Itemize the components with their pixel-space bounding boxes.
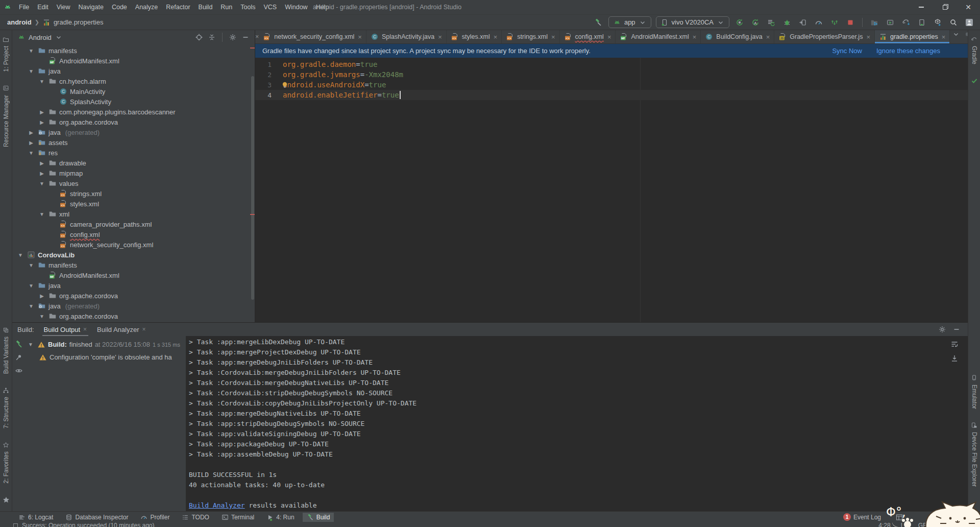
tree-item-res[interactable]: ▼res bbox=[12, 148, 255, 158]
tab-close-icon[interactable]: × bbox=[494, 33, 498, 41]
avatar-icon[interactable] bbox=[964, 17, 975, 28]
pin-icon[interactable] bbox=[15, 353, 23, 362]
editor-options-icon[interactable] bbox=[962, 30, 968, 38]
menu-window[interactable]: Window bbox=[281, 2, 311, 12]
tree-arrow-icon[interactable]: ▼ bbox=[27, 283, 35, 289]
tree-arrow-icon[interactable]: ▶ bbox=[38, 119, 46, 125]
layout-inspector-icon[interactable] bbox=[885, 17, 896, 28]
tree-item-org-apache-cordova[interactable]: ▶org.apache.cordova bbox=[12, 291, 255, 301]
tree-item-mainactivity[interactable]: CMainActivity bbox=[12, 86, 255, 97]
tree-item-camera-provider-paths-xml[interactable]: <>camera_provider_paths.xml bbox=[12, 219, 255, 229]
scroll-to-end-icon[interactable] bbox=[950, 354, 959, 363]
tool-window-button-terminal[interactable]: Terminal bbox=[217, 513, 258, 522]
tree-item-java[interactable]: ▼java bbox=[12, 66, 255, 76]
profiler-icon[interactable] bbox=[813, 17, 824, 28]
debug-icon[interactable] bbox=[781, 17, 793, 28]
chevron-down-icon[interactable] bbox=[639, 18, 647, 27]
menu-refactor[interactable]: Refactor bbox=[162, 2, 194, 12]
tree-item-strings-xml[interactable]: <>strings.xml bbox=[12, 188, 255, 199]
run-config-selector[interactable]: app bbox=[608, 16, 651, 28]
tree-arrow-icon[interactable]: ▶ bbox=[38, 293, 46, 299]
hidden-tab-close-icon[interactable]: × bbox=[255, 30, 259, 43]
editor-tab-buildconfig-java[interactable]: CBuildConfig.java× bbox=[701, 30, 774, 43]
tool-window-button-emulator[interactable]: Emulator bbox=[970, 374, 978, 409]
apply-changes-icon[interactable] bbox=[734, 17, 745, 28]
tree-item-java[interactable]: ▶java(generated) bbox=[12, 127, 255, 137]
run-tasks-icon[interactable] bbox=[766, 17, 777, 28]
tree-arrow-icon[interactable]: ▶ bbox=[27, 130, 35, 135]
menu-code[interactable]: Code bbox=[108, 2, 131, 12]
tree-item-java[interactable]: ▼java(generated) bbox=[12, 301, 255, 311]
minimize-icon[interactable] bbox=[910, 0, 933, 14]
sync-now-link[interactable]: Sync Now bbox=[832, 47, 862, 55]
tab-close-icon[interactable]: × bbox=[866, 33, 870, 41]
build-summary-row[interactable]: ▼ Build: finished at 2022/6/16 15:08 1 s… bbox=[27, 338, 186, 351]
chevron-down-icon[interactable] bbox=[950, 30, 962, 38]
tab-close-icon[interactable]: × bbox=[83, 326, 87, 333]
tool-window-button-4-run[interactable]: 4: Run bbox=[262, 513, 298, 522]
rerun-build-icon[interactable] bbox=[15, 340, 23, 348]
ui-layout-icon[interactable] bbox=[895, 513, 903, 521]
ignore-these-changes-link[interactable]: Ignore these changes bbox=[876, 47, 940, 55]
encoding-widget[interactable]: GBK bbox=[918, 522, 931, 527]
hide-icon[interactable] bbox=[241, 33, 250, 41]
chevron-down-icon[interactable] bbox=[55, 33, 63, 41]
attach-debugger-icon[interactable] bbox=[797, 17, 808, 28]
tab-close-icon[interactable]: × bbox=[607, 33, 611, 41]
editor-tab-splashactivity-java[interactable]: CSplashActivity.java× bbox=[366, 30, 447, 43]
tree-arrow-icon[interactable]: ▼ bbox=[38, 79, 46, 84]
menu-vcs[interactable]: VCS bbox=[259, 2, 281, 12]
chevron-down-icon[interactable] bbox=[717, 18, 725, 27]
tree-arrow-icon[interactable]: ▼ bbox=[27, 303, 35, 309]
locate-icon[interactable] bbox=[195, 33, 203, 41]
project-scrollbar[interactable] bbox=[251, 76, 254, 300]
tree-item-assets[interactable]: ▶assets bbox=[12, 137, 255, 148]
menu-navigate[interactable]: Navigate bbox=[75, 2, 108, 12]
restore-icon[interactable] bbox=[933, 0, 957, 14]
menu-file[interactable]: File bbox=[15, 2, 33, 12]
menu-analyze[interactable]: Analyze bbox=[131, 2, 162, 12]
close-icon[interactable]: ✕ bbox=[957, 0, 980, 14]
breadcrumb-file[interactable]: gradle.properties bbox=[54, 18, 104, 26]
tree-item-drawable[interactable]: ▶drawable bbox=[12, 158, 255, 168]
editor-tab-config-xml[interactable]: <>config.xml× bbox=[560, 30, 616, 43]
menu-run[interactable]: Run bbox=[216, 2, 236, 12]
build-analyzer-link[interactable]: Build Analyzer bbox=[189, 501, 245, 509]
menu-build[interactable]: Build bbox=[194, 2, 217, 12]
tree-arrow-icon[interactable]: ▼ bbox=[16, 252, 24, 258]
tool-window-button-todo[interactable]: TODO bbox=[178, 513, 213, 522]
settings-icon[interactable] bbox=[938, 325, 946, 333]
project-view-selector[interactable]: Android bbox=[29, 34, 52, 41]
eye-icon[interactable] bbox=[15, 367, 23, 375]
tab-close-icon[interactable]: × bbox=[942, 33, 946, 41]
tree-item-mipmap[interactable]: ▶mipmap bbox=[12, 168, 255, 178]
tab-close-icon[interactable]: × bbox=[766, 33, 770, 41]
device-manager-icon[interactable] bbox=[916, 17, 927, 28]
bulb-icon[interactable] bbox=[281, 81, 289, 89]
gradle-sync-icon[interactable] bbox=[900, 17, 912, 28]
tab-close-icon[interactable]: × bbox=[358, 33, 362, 41]
settings-icon[interactable] bbox=[229, 33, 237, 41]
tree-item-java[interactable]: ▼java bbox=[12, 280, 255, 291]
editor-tab-gradlepropertiesparser-js[interactable]: JSGradlePropertiesParser.js× bbox=[774, 30, 875, 43]
tree-arrow-icon[interactable]: ▶ bbox=[38, 109, 46, 115]
editor-tab-androidmanifest-xml[interactable]: MFAndroidManifest.xml× bbox=[616, 30, 701, 43]
tool-window-button-2-favorites[interactable]: 2: Favorites bbox=[2, 441, 10, 484]
event-log-button[interactable]: 1Event Log bbox=[839, 512, 885, 522]
profile-apk-icon[interactable] bbox=[829, 17, 840, 28]
tool-window-button-1-project[interactable]: 1: Project bbox=[2, 35, 10, 72]
tool-window-button-7-structure[interactable]: 7: Structure bbox=[2, 386, 10, 428]
tree-arrow-icon[interactable]: ▼ bbox=[27, 68, 35, 74]
collapse-all-icon[interactable] bbox=[208, 33, 216, 41]
hammer-icon[interactable] bbox=[593, 17, 604, 28]
tool-window-button-gradle[interactable]: Gradle bbox=[970, 35, 978, 64]
build-tab-build-output[interactable]: Build Output× bbox=[42, 323, 89, 336]
editor-tab-styles-xml[interactable]: <>styles.xml× bbox=[447, 30, 502, 43]
tab-close-icon[interactable]: × bbox=[142, 326, 145, 333]
editor-tab-gradle-properties[interactable]: gradle.properties× bbox=[875, 30, 950, 43]
build-tab-build-analyzer[interactable]: Build Analyzer× bbox=[95, 323, 147, 336]
tree-arrow-icon[interactable]: ▼ bbox=[27, 150, 35, 156]
tree-item-androidmanifest-xml[interactable]: MFAndroidManifest.xml bbox=[12, 56, 255, 66]
tree-item-org-apache-cordova[interactable]: ▶org.apache.cordova bbox=[12, 117, 255, 127]
editor-tab-strings-xml[interactable]: <>strings.xml× bbox=[502, 30, 559, 43]
